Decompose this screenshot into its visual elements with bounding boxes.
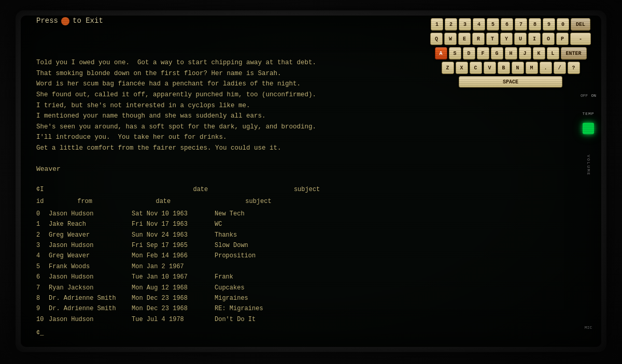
key-a[interactable]: A [435,47,447,60]
email-subject: RE: Migraines [215,303,399,314]
email-id: 10 [36,314,49,325]
circle-button-icon [61,17,69,25]
email-row[interactable]: 4Greg WeaverMon Feb 14 1966Proposition [36,251,399,261]
key-2[interactable]: 2 [445,18,457,31]
key-j[interactable]: J [519,47,531,60]
key-9[interactable]: 9 [543,18,555,31]
email-from: Dr. Adrienne Smith [49,303,132,314]
volume-label: VOLUME [586,155,591,176]
key-y[interactable]: Y [500,33,513,45]
signature: Weaver [36,164,399,174]
email-date: Mon Feb 14 1966 [132,251,215,261]
email-from: Greg Weaver [49,230,132,240]
email-date: Tue Jul 4 1978 [132,314,215,325]
press-label: Press [36,16,58,26]
key-7[interactable]: 7 [515,18,527,31]
email-col-headers: id from date subject [36,196,399,207]
email-from: Jason Hudson [49,240,132,251]
key-c[interactable]: C [470,62,482,74]
email-date: Fri Nov 17 1963 [132,219,215,229]
email-row[interactable]: 0Jason HudsonSat Nov 10 1963New Tech [36,209,399,219]
keyboard-panel: 1234567890DELQWERTYUIOP-ASDFGHJKLENTERZX… [430,18,591,88]
exit-label: to Exit [73,16,103,26]
email-subject: Proposition [215,251,399,261]
key-k[interactable]: K [533,47,545,60]
email-id: 0 [36,209,49,219]
key-6[interactable]: 6 [501,18,513,31]
email-header-prefix: ¢I date subject [36,186,320,193]
key-0[interactable]: 0 [557,18,569,31]
space-key[interactable]: SPACE [459,76,562,88]
email-row[interactable]: 1Jake ReachFri Nov 17 1963WC [36,219,399,229]
key-b[interactable]: B [498,62,510,74]
email-subject: Slow Down [215,240,399,251]
press-to-exit-bar: Press to Exit [36,16,399,26]
email-row[interactable]: 6Jason HudsonTue Jan 10 1967Frank [36,272,399,282]
email-from: Jake Reach [49,219,132,229]
key-x[interactable]: . [540,62,552,74]
key-t[interactable]: T [486,33,499,45]
key-8[interactable]: 8 [529,18,541,31]
space-bar-row[interactable]: SPACE [430,76,591,88]
key-v[interactable]: V [484,62,496,74]
email-subject: Cupcakes [215,283,399,293]
key-e[interactable]: E [458,33,471,45]
keyboard-row: 1234567890DEL [430,18,591,31]
email-from: Jason Hudson [49,314,132,325]
key-h[interactable]: H [505,47,517,60]
email-date: Tue Jan 10 1967 [132,272,215,282]
key-i[interactable]: I [528,33,541,45]
key-d[interactable]: D [463,47,475,60]
key-5[interactable]: 5 [487,18,499,31]
key-g[interactable]: G [491,47,503,60]
key-m[interactable]: M [526,62,538,74]
email-from: Frank Woods [49,261,132,272]
green-indicator [583,123,594,134]
right-controls: OFF ON TEMP VOLUME MIC [578,26,599,347]
key-q[interactable]: Q [430,33,443,45]
key-n[interactable]: N [512,62,524,74]
key-x[interactable]: X [456,62,468,74]
email-id: 3 [36,240,49,251]
email-date: Mon Jan 2 1967 [132,261,215,272]
key-3[interactable]: 3 [459,18,471,31]
email-row[interactable]: 7Ryan JacksonMon Aug 12 1968Cupcakes [36,283,399,293]
message-body: Told you I owed you one. Got a way to st… [36,57,399,154]
email-date: Sat Nov 10 1963 [132,209,215,219]
prompt-line: ¢_ [36,328,399,338]
email-header-row: ¢I date subject [36,184,399,195]
key-s[interactable]: S [449,47,461,60]
mic-section: MIC [585,322,592,331]
key-p[interactable]: P [556,33,569,45]
email-row[interactable]: 3Jason HudsonFri Sep 17 1965Slow Down [36,240,399,251]
mic-label: MIC [585,325,592,330]
key-4[interactable]: 4 [473,18,485,31]
email-from: Jason Hudson [49,209,132,219]
email-date: Mon Aug 12 1968 [132,283,215,293]
email-row[interactable]: 5Frank WoodsMon Jan 2 1967 [36,261,399,272]
email-subject: Frank [215,272,399,282]
key-1[interactable]: 1 [431,18,443,31]
key-z[interactable]: Z [442,62,454,74]
key-u[interactable]: U [514,33,527,45]
key-o[interactable]: O [542,33,555,45]
temp-label: TEMP [582,111,594,116]
volume-section: VOLUME [586,155,591,179]
key-w[interactable]: W [444,33,457,45]
email-from: Jason Hudson [49,272,132,282]
email-row[interactable]: 8Dr. Adrienne SmithMon Dec 23 1968Migrai… [36,293,399,303]
email-from: Greg Weaver [49,251,132,261]
email-row[interactable]: 10Jason HudsonTue Jul 4 1978Don't Do It [36,314,399,325]
key-x[interactable]: / [554,62,566,74]
on-label: ON [591,93,596,98]
key-l[interactable]: L [547,47,559,60]
email-subject [215,261,399,272]
key-f[interactable]: F [477,47,489,60]
email-id: 8 [36,293,49,303]
email-date: Fri Sep 17 1965 [132,240,215,251]
email-subject: New Tech [215,209,399,219]
key-r[interactable]: R [472,33,485,45]
email-from: Dr. Adrienne Smith [49,293,132,303]
email-row[interactable]: 9Dr. Adrienne SmithMon Dec 23 1968RE: Mi… [36,303,399,314]
email-row[interactable]: 2Greg WeaverSun Nov 24 1963Thanks [36,230,399,240]
